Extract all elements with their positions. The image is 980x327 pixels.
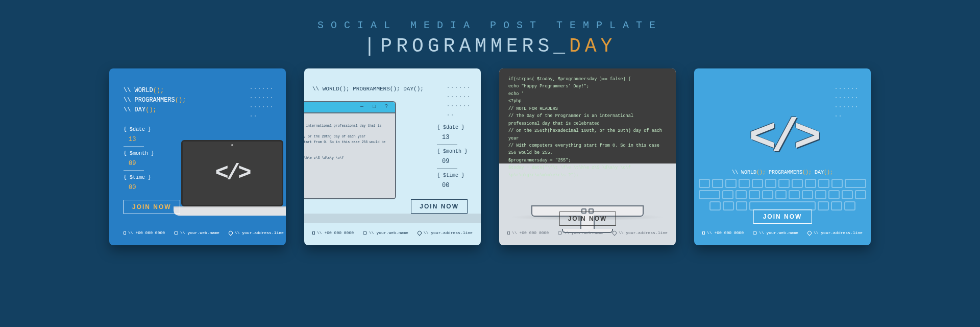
card2-contacts: \\ +00 000 0000 \\ your.web.name \\ your… <box>312 230 473 235</box>
browser-window-illustration: ‒ □ ? FOR READERS Day of the Programmer … <box>304 101 396 199</box>
header-title: |PROGRAMMERS_DAY <box>0 35 980 57</box>
decorative-stripe <box>304 214 481 223</box>
template-card-3: if(strpos( $today, $programmersday )== f… <box>499 68 676 245</box>
card1-contacts: \\ +00 000 0000 \\ your.web.name \\ your… <box>124 230 284 235</box>
phone-icon <box>702 231 705 235</box>
card1-meta: { $date } 13 { $month } 09 { $time } 00 <box>124 126 154 194</box>
decorative-dots <box>249 84 275 104</box>
pin-icon <box>806 230 812 236</box>
phone-icon <box>124 231 126 235</box>
globe-icon <box>174 231 178 235</box>
phone-icon <box>312 231 315 235</box>
card2-meta: { $date } 13 { $month } 09 { $time } 00 <box>437 124 468 192</box>
card2-headline: \\ WORLD(); PROGRAMMERS(); DAY(); <box>312 86 424 92</box>
phone-icon <box>507 231 510 235</box>
pin-icon <box>228 230 233 236</box>
join-now-button[interactable]: JOIN NOW <box>124 200 180 214</box>
pin-icon <box>611 230 617 236</box>
card4-contacts: \\ +00 000 0000 \\ your.web.name \\ your… <box>694 230 871 235</box>
cards-row: \\ WORLD(); \\ PROGRAMMERS(); \\ DAY(); … <box>0 68 980 245</box>
terminal-code-block: if(strpos( $today, $programmersday )== f… <box>499 68 676 164</box>
globe-icon <box>753 231 757 235</box>
globe-icon <box>363 231 367 235</box>
decorative-dots <box>446 83 472 103</box>
template-card-1: \\ WORLD(); \\ PROGRAMMERS(); \\ DAY(); … <box>109 68 286 245</box>
laptop-illustration: </> <box>174 140 286 222</box>
globe-icon <box>558 231 562 235</box>
pin-icon <box>416 230 422 236</box>
card3-contacts: \\ +00 000 0000 \\ your.web.name \\ your… <box>499 230 676 235</box>
template-card-4: </> \\ WORLD(); PROGRAMMERS(); DAY(); JO… <box>694 68 871 245</box>
window-body-text: FOR READERS Day of the Programmer is an … <box>304 113 395 199</box>
template-card-2: \\ WORLD(); PROGRAMMERS(); DAY(); ‒ □ ? … <box>304 68 481 245</box>
card1-code: \\ WORLD(); \\ PROGRAMMERS(); \\ DAY(); <box>124 86 186 115</box>
header-subtitle: SOCIAL MEDIA POST TEMPLATE <box>0 19 980 31</box>
decorative-dots <box>834 84 860 104</box>
card4-headline: \\ WORLD(); PROGRAMMERS(); DAY(); <box>732 170 833 175</box>
join-now-button[interactable]: JOIN NOW <box>753 209 812 224</box>
window-controls-icon: ‒ □ ? <box>360 103 391 109</box>
join-now-button[interactable]: JOIN NOW <box>559 212 616 226</box>
code-icon: </> <box>215 160 249 186</box>
code-icon: </> <box>749 112 816 165</box>
join-now-button[interactable]: JOIN NOW <box>411 199 468 214</box>
